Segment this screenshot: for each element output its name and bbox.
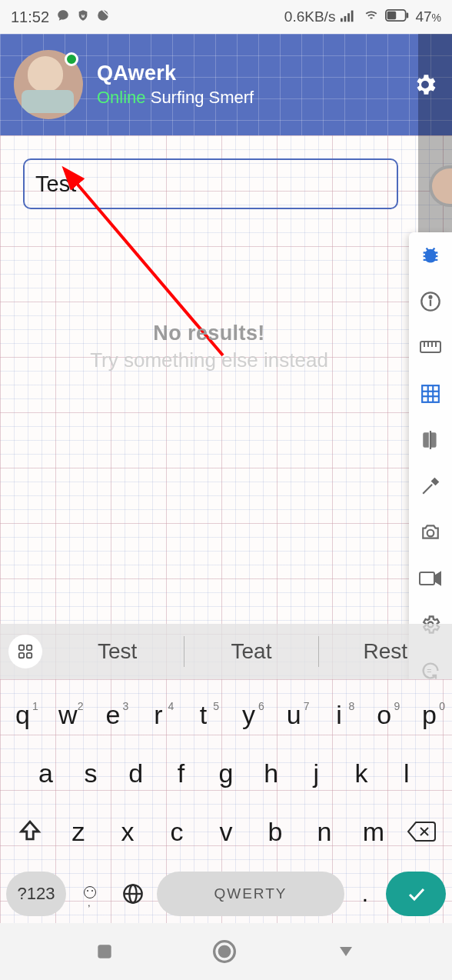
status-battery-pct: 47% (415, 8, 441, 25)
dnd-icon (96, 8, 110, 26)
key-r[interactable]: r4 (135, 700, 181, 730)
key-y[interactable]: y6 (226, 700, 271, 730)
nav-home[interactable] (212, 939, 237, 964)
shield-icon (77, 8, 89, 26)
key-h[interactable]: h (248, 758, 294, 788)
key-j[interactable]: j (294, 758, 339, 788)
svg-rect-13 (420, 342, 440, 352)
key-d[interactable]: d (113, 758, 158, 788)
compare-icon[interactable] (418, 428, 443, 452)
camera-icon[interactable] (418, 520, 443, 545)
key-g[interactable]: g (204, 758, 249, 788)
key-x[interactable]: x (103, 817, 152, 847)
svg-point-0 (98, 10, 108, 21)
video-icon[interactable] (418, 566, 443, 591)
settings-button[interactable] (412, 72, 438, 98)
keyboard-suggestion-bar: Test Teat Rest (0, 624, 452, 679)
key-t[interactable]: t5 (181, 700, 226, 730)
suggestion-1[interactable]: Test (51, 639, 184, 664)
svg-rect-28 (19, 645, 24, 650)
key-b[interactable]: b (251, 817, 300, 847)
empty-state-title: No results! (0, 322, 418, 345)
svg-rect-7 (387, 11, 397, 19)
svg-rect-25 (420, 572, 434, 585)
android-status-bar: 11:52 0.6KB/s 47% (0, 0, 452, 34)
language-key[interactable] (114, 883, 152, 905)
nav-back[interactable] (334, 942, 357, 961)
key-u[interactable]: u7 (271, 700, 317, 730)
battery-icon (385, 8, 410, 26)
nav-recents[interactable] (95, 942, 115, 962)
search-input[interactable] (23, 158, 398, 209)
space-key[interactable]: QWERTY (157, 872, 344, 916)
suggestion-menu-button[interactable] (0, 635, 51, 668)
key-c[interactable]: c (152, 817, 201, 847)
key-e[interactable]: e3 (91, 700, 136, 730)
wifi-icon (363, 8, 380, 26)
status-netspeed: 0.6KB/s (284, 8, 336, 25)
key-z[interactable]: z (54, 817, 103, 847)
svg-rect-18 (422, 385, 439, 402)
soft-keyboard: q1w2e3r4t5y6u7i8o9p0 asdfghjkl zxcvbnm ?… (0, 679, 452, 923)
key-q[interactable]: q1 (0, 700, 45, 730)
svg-rect-31 (27, 653, 32, 658)
svg-rect-3 (344, 15, 347, 21)
suggestion-2[interactable]: Teat (184, 639, 317, 664)
android-navbar (0, 923, 452, 980)
signal-icon (341, 8, 357, 26)
key-v[interactable]: v (201, 817, 251, 847)
svg-rect-8 (407, 12, 409, 18)
shift-key[interactable] (6, 818, 54, 845)
key-k[interactable]: k (339, 758, 384, 788)
svg-rect-5 (351, 10, 354, 22)
key-m[interactable]: m (349, 817, 398, 847)
grid-icon[interactable] (418, 382, 443, 406)
svg-rect-23 (430, 431, 431, 449)
key-a[interactable]: a (23, 758, 68, 788)
bug-icon[interactable] (418, 243, 443, 268)
avatar[interactable] (14, 50, 83, 119)
svg-rect-37 (98, 945, 111, 958)
key-f[interactable]: f (158, 758, 204, 788)
info-icon[interactable] (418, 289, 443, 314)
svg-point-24 (427, 530, 434, 537)
chat-header: QAwerk Online Surfing Smerf (0, 34, 452, 135)
svg-point-12 (430, 296, 432, 298)
eyedropper-icon[interactable] (418, 474, 443, 498)
key-w[interactable]: w2 (45, 700, 91, 730)
presence-indicator (65, 52, 78, 66)
svg-rect-30 (19, 653, 24, 658)
svg-point-39 (219, 946, 229, 956)
emoji-key[interactable]: , (71, 886, 109, 902)
ruler-icon[interactable] (418, 335, 443, 360)
key-i[interactable]: i8 (317, 700, 362, 730)
key-l[interactable]: l (384, 758, 429, 788)
status-time: 11:52 (11, 8, 49, 26)
empty-state-subtitle: Try something else instead (0, 348, 418, 372)
period-key[interactable]: . (349, 881, 381, 907)
svg-rect-2 (341, 18, 343, 22)
contact-name: QAwerk (97, 62, 254, 85)
contact-status: Online Surfing Smerf (97, 88, 254, 108)
key-o[interactable]: o9 (361, 700, 407, 730)
key-s[interactable]: s (68, 758, 114, 788)
key-n[interactable]: n (300, 817, 349, 847)
suggestion-3[interactable]: Rest (319, 639, 452, 664)
symbols-key[interactable]: ?123 (6, 872, 66, 916)
svg-rect-4 (348, 13, 351, 22)
chat-notif-icon (56, 8, 70, 26)
backspace-key[interactable] (398, 820, 446, 843)
key-p[interactable]: p0 (407, 700, 452, 730)
svg-rect-29 (27, 645, 32, 650)
enter-key[interactable] (386, 872, 446, 916)
